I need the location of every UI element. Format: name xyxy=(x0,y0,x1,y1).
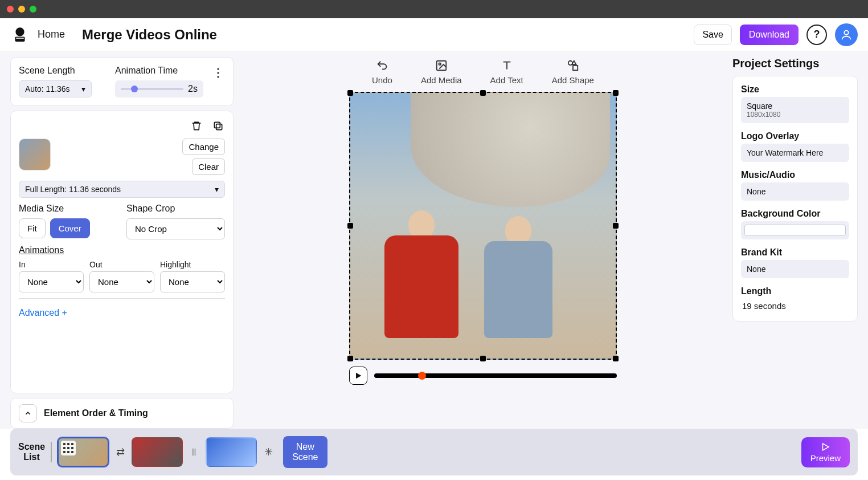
page-title: Merge Videos Online xyxy=(82,27,217,43)
delete-icon[interactable] xyxy=(190,119,203,133)
change-media-button[interactable]: Change xyxy=(182,139,225,155)
svg-point-7 xyxy=(439,63,441,65)
window-close-dot[interactable] xyxy=(7,6,14,13)
scene-list-bar: Scene List ⇄ ⦀ ✳ New Scene Preview xyxy=(10,429,858,475)
resize-handle[interactable] xyxy=(347,356,353,361)
transition-icon[interactable]: ⦀ xyxy=(189,446,200,458)
canvas-illustration xyxy=(470,216,567,359)
resize-handle[interactable] xyxy=(613,223,619,229)
canvas-frame[interactable] xyxy=(349,92,617,360)
canvas-illustration xyxy=(373,210,470,359)
background-color-setting[interactable] xyxy=(741,221,849,239)
drag-handle-icon[interactable] xyxy=(61,441,76,455)
anim-out-label: Out xyxy=(89,260,154,269)
preview-button[interactable]: Preview xyxy=(801,437,850,467)
chevron-down-icon: ▾ xyxy=(81,84,85,93)
resize-handle[interactable] xyxy=(480,90,486,96)
window-maximize-dot[interactable] xyxy=(30,6,36,13)
size-dims: 1080x1080 xyxy=(747,111,844,119)
media-size-label: Media Size xyxy=(19,204,117,214)
help-button[interactable]: ? xyxy=(806,25,827,45)
new-scene-button[interactable]: New Scene xyxy=(283,436,327,468)
scene-thumb-2[interactable] xyxy=(132,437,183,467)
element-order-bar[interactable]: Element Order & Timing xyxy=(10,398,234,429)
svg-rect-9 xyxy=(573,66,578,70)
add-media-label: Add Media xyxy=(421,75,462,85)
music-audio-setting[interactable]: None xyxy=(741,182,849,201)
app-logo xyxy=(10,25,30,44)
add-text-button[interactable]: Add Text xyxy=(490,59,523,85)
svg-point-3 xyxy=(844,30,848,34)
play-track[interactable] xyxy=(374,373,617,378)
window-titlebar xyxy=(0,0,868,18)
element-order-label: Element Order & Timing xyxy=(44,408,148,418)
animation-time-value: 2s xyxy=(188,84,198,94)
resize-handle[interactable] xyxy=(613,356,619,361)
settings-card: Size Square 1080x1080 Logo Overlay Your … xyxy=(732,76,858,322)
logo-overlay-setting[interactable]: Your Watermark Here xyxy=(741,144,849,162)
scene-length-card: Scene Length Auto: 11.36s ▾ Animation Ti… xyxy=(10,57,234,106)
clear-media-button[interactable]: Clear xyxy=(192,158,225,175)
canvas-toolbar: Undo Add Media Add Text Add Shape xyxy=(372,59,594,85)
scene-menu-button[interactable]: ⋮ xyxy=(211,66,225,79)
shape-crop-select[interactable]: No Crop xyxy=(126,218,225,239)
animation-time-label: Animation Time xyxy=(115,66,203,76)
transition-icon[interactable]: ✳ xyxy=(263,446,274,458)
brand-kit-label: Brand Kit xyxy=(741,247,849,258)
right-panel: Project Settings Size Square 1080x1080 L… xyxy=(732,57,858,429)
resize-handle[interactable] xyxy=(613,90,619,96)
anim-highlight-label: Highlight xyxy=(160,260,225,269)
shape-crop-label: Shape Crop xyxy=(126,204,225,214)
download-button[interactable]: Download xyxy=(740,25,799,45)
scene-length-value: Auto: 11.36s xyxy=(25,84,70,93)
background-color-label: Background Color xyxy=(741,209,849,219)
animation-time-slider[interactable]: 2s xyxy=(115,80,203,97)
chevron-down-icon: ▾ xyxy=(215,185,219,194)
save-button[interactable]: Save xyxy=(694,25,731,45)
brand-kit-setting[interactable]: None xyxy=(741,260,849,278)
playbar xyxy=(349,367,617,385)
scene-length-dropdown[interactable]: Auto: 11.36s ▾ xyxy=(19,80,92,97)
play-button[interactable] xyxy=(349,367,367,385)
size-label: Size xyxy=(741,84,849,95)
svg-rect-1 xyxy=(15,36,25,42)
scene-thumb-3[interactable] xyxy=(206,437,257,467)
resize-handle[interactable] xyxy=(347,90,353,96)
size-setting[interactable]: Square 1080x1080 xyxy=(741,97,849,123)
play-icon xyxy=(820,442,830,452)
anim-out-select[interactable]: None xyxy=(89,271,154,292)
add-shape-label: Add Shape xyxy=(552,75,594,85)
media-size-toggle: Fit Cover xyxy=(19,218,117,238)
clip-length-dropdown[interactable]: Full Length: 11.36 seconds ▾ xyxy=(19,181,225,198)
undo-label: Undo xyxy=(372,75,392,85)
svg-rect-2 xyxy=(16,38,24,39)
anim-highlight-select[interactable]: None xyxy=(160,271,225,292)
media-thumbnail[interactable] xyxy=(19,139,51,170)
canvas-illustration xyxy=(411,93,610,207)
advanced-link[interactable]: Advanced + xyxy=(19,308,225,318)
size-preset: Square xyxy=(747,101,844,111)
left-panel: Scene Length Auto: 11.36s ▾ Animation Ti… xyxy=(10,57,234,429)
add-media-button[interactable]: Add Media xyxy=(421,59,462,85)
home-link[interactable]: Home xyxy=(38,29,65,40)
playhead[interactable] xyxy=(418,372,426,380)
transition-icon[interactable]: ⇄ xyxy=(114,446,126,458)
anim-in-select[interactable]: None xyxy=(19,271,84,292)
resize-handle[interactable] xyxy=(480,356,486,361)
cover-button[interactable]: Cover xyxy=(50,218,90,238)
duplicate-icon[interactable] xyxy=(211,119,225,133)
canvas-area: Undo Add Media Add Text Add Shape xyxy=(241,57,724,429)
svg-rect-4 xyxy=(216,124,222,130)
media-card: Change Clear Full Length: 11.36 seconds … xyxy=(10,111,234,393)
clip-length-value: Full Length: 11.36 seconds xyxy=(25,185,121,194)
add-shape-button[interactable]: Add Shape xyxy=(552,59,594,85)
window-minimize-dot[interactable] xyxy=(18,6,25,13)
undo-button[interactable]: Undo xyxy=(372,59,392,85)
music-audio-label: Music/Audio xyxy=(741,170,849,180)
user-avatar[interactable] xyxy=(835,23,858,46)
anim-in-label: In xyxy=(19,260,84,269)
chevron-up-icon[interactable] xyxy=(19,404,37,422)
resize-handle[interactable] xyxy=(347,223,353,229)
logo-overlay-label: Logo Overlay xyxy=(741,131,849,141)
fit-button[interactable]: Fit xyxy=(19,218,46,238)
